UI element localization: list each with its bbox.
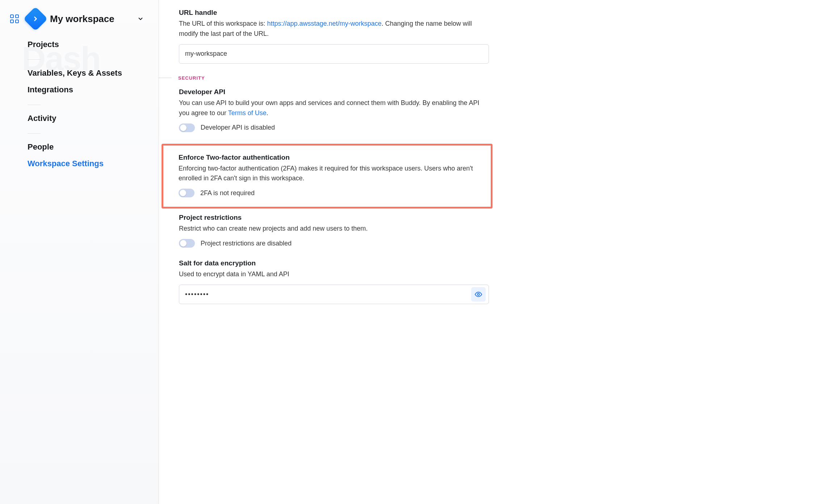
project-restrictions-toggle[interactable]	[179, 239, 195, 248]
setting-title: Enforce Two-factor authentication	[179, 154, 482, 161]
main-content: URL handle The URL of this workspace is:…	[159, 0, 506, 504]
section-header-label: SECURITY	[178, 75, 205, 81]
nav-projects[interactable]: Projects	[28, 36, 144, 53]
url-handle-input[interactable]	[179, 44, 489, 64]
workspace-header: My workspace	[0, 10, 158, 36]
eye-icon	[474, 290, 482, 298]
nav-integrations[interactable]: Integrations	[28, 81, 144, 98]
svg-point-0	[477, 293, 479, 295]
nav-variables[interactable]: Variables, Keys & Assets	[28, 65, 144, 81]
setting-salt: Salt for data encryption Used to encrypt…	[179, 259, 489, 304]
nav-workspace-settings[interactable]: Workspace Settings	[28, 155, 144, 172]
nav-people[interactable]: People	[28, 139, 144, 155]
highlight-2fa-box: Enforce Two-factor authentication Enforc…	[162, 144, 493, 209]
setting-developer-api: Developer API You can use API to build y…	[179, 88, 489, 132]
project-restrictions-toggle-label: Project restrictions are disabled	[201, 240, 292, 247]
setting-enforce-2fa: Enforce Two-factor authentication Enforc…	[179, 154, 482, 198]
setting-desc: Restrict who can create new projects and…	[179, 224, 489, 234]
setting-desc: Used to encrypt data in YAML and API	[179, 269, 489, 280]
sidebar: My workspace Dash Projects Variables, Ke…	[0, 0, 159, 504]
desc-suffix: .	[267, 109, 268, 117]
setting-desc: The URL of this workspace is: https://ap…	[179, 19, 489, 39]
desc-prefix: You can use API to build your own apps a…	[179, 99, 479, 117]
desc-prefix: The URL of this workspace is:	[179, 20, 267, 27]
workspace-switcher-toggle[interactable]	[137, 15, 145, 23]
setting-title: Salt for data encryption	[179, 259, 489, 267]
workspace-logo-icon	[23, 7, 48, 31]
setting-title: URL handle	[179, 9, 489, 17]
setting-url-handle: URL handle The URL of this workspace is:…	[179, 9, 489, 64]
nav-separator	[28, 59, 41, 60]
developer-api-toggle[interactable]	[179, 123, 195, 132]
enforce-2fa-toggle-label: 2FA is not required	[200, 189, 255, 197]
workspace-url-link[interactable]: https://app.awsstage.net/my-workspace	[267, 20, 381, 27]
nav-separator	[28, 105, 41, 105]
setting-title: Project restrictions	[179, 214, 489, 222]
setting-title: Developer API	[179, 88, 489, 96]
setting-desc: Enforcing two-factor authentication (2FA…	[179, 164, 482, 184]
salt-input[interactable]	[185, 291, 471, 298]
section-header-line	[159, 77, 172, 78]
workspace-name: My workspace	[50, 13, 137, 25]
setting-project-restrictions: Project restrictions Restrict who can cr…	[179, 214, 489, 248]
setting-desc: You can use API to build your own apps a…	[179, 98, 489, 118]
terms-of-use-link[interactable]: Terms of Use	[228, 109, 267, 117]
nav-separator	[28, 133, 41, 134]
sidebar-nav: Projects Variables, Keys & Assets Integr…	[0, 36, 158, 172]
reveal-salt-button[interactable]	[471, 287, 486, 302]
section-header-security: SECURITY	[159, 75, 489, 81]
nav-activity[interactable]: Activity	[28, 110, 144, 127]
developer-api-toggle-label: Developer API is disabled	[201, 124, 275, 131]
enforce-2fa-toggle[interactable]	[179, 189, 194, 197]
apps-grid-icon[interactable]	[10, 14, 19, 23]
salt-field-wrapper	[179, 285, 489, 304]
